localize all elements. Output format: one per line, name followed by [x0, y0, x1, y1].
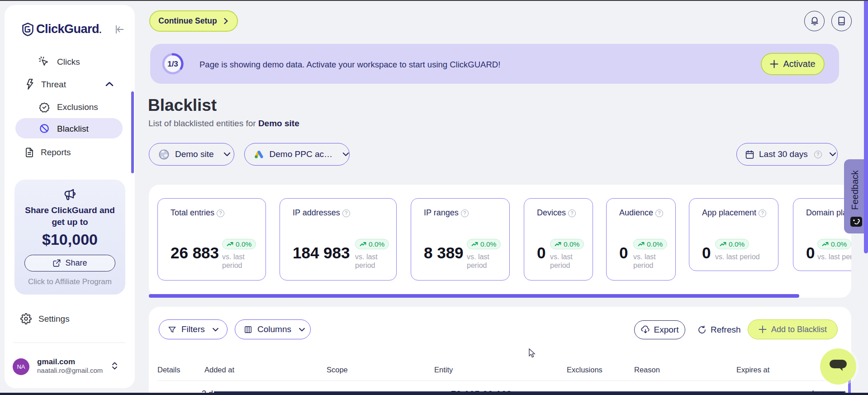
svg-text:Feedback: Feedback [850, 170, 860, 210]
svg-text:1/3: 1/3 [167, 60, 178, 68]
